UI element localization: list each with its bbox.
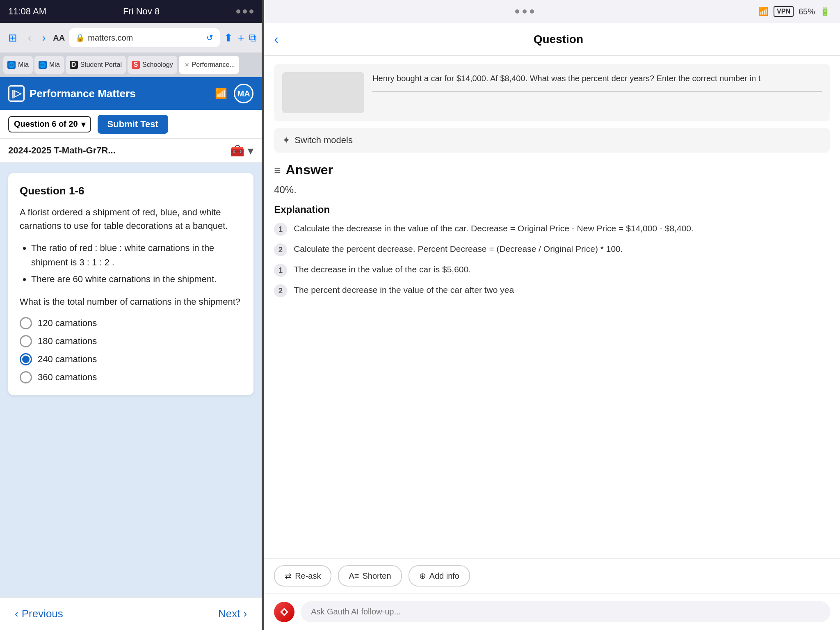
tabs-bar: 🌐 Mia 🌐 Mia D Student Portal S Schoology… [0,52,262,77]
tabs-button[interactable]: ⧉ [249,32,257,44]
question-image-area: Henry bought a car for $14,000. Af $8,40… [274,64,830,121]
option-label-3: 240 carnations [38,354,97,365]
step-num-3: 1 [274,264,287,277]
question-text-container: Henry bought a car for $14,000. Af $8,40… [372,72,822,91]
avatar[interactable]: MA [234,84,253,103]
reask-button[interactable]: ⇄ Re-ask [274,565,331,587]
tab-label-3: Student Portal [80,61,122,68]
question-prompt: What is the total number of carnations i… [20,297,242,307]
step-text-4: The percent decrease in the value of the… [294,283,514,297]
dot-1 [236,9,240,14]
switch-models-label: Switch models [294,135,353,146]
right-status-icons: 📶 VPN 65% 🔋 [758,6,830,17]
tab-label-5: Performance... [192,61,235,68]
tab-schoology[interactable]: S Schoology [128,56,177,74]
battery-level: 65% [799,7,815,16]
radio-1[interactable] [20,317,32,329]
wifi-icon: 📶 [758,7,769,16]
browser-actions: ⬆ + ⧉ [224,32,257,44]
reload-icon[interactable]: ↺ [206,33,213,43]
option-1[interactable]: 120 carnations [20,317,242,329]
right-panel: 📶 VPN 65% 🔋 ‹ Question Henry bought a ca… [264,0,840,630]
explanation-steps: 1 Calculate the decrease in the value of… [274,222,830,297]
lock-icon: 🔒 [75,33,84,42]
battery-icon: 🔋 [820,7,830,16]
shorten-button[interactable]: A≡ Shorten [338,565,402,587]
question-selector[interactable]: Question 6 of 20 ▾ [8,116,91,132]
forward-button[interactable]: › [39,30,49,46]
option-3[interactable]: 240 carnations [20,353,242,365]
step-text-2: Calculate the percent decrease. Percent … [294,242,623,256]
next-label: Next [218,607,240,620]
right-page-title: Question [287,33,830,46]
step-num-2: 2 [274,243,287,256]
sidebar-toggle-button[interactable]: ⊞ [5,30,21,46]
date-display: Fri Nov 8 [123,6,160,17]
previous-button[interactable]: ‹ Previous [8,604,70,623]
submit-test-button[interactable]: Submit Test [98,115,168,134]
content-area: Question 1-6 A florist ordered a shipmen… [0,163,262,597]
radio-2[interactable] [20,335,32,347]
question-intro: A florist ordered a shipment of red, blu… [20,205,242,233]
option-4[interactable]: 360 carnations [20,371,242,383]
step-num-1: 1 [274,223,287,236]
signal-icon: 📶 [215,88,227,99]
dot-2 [243,9,247,14]
switch-models-icon: ✦ [282,135,290,146]
switch-models-bar[interactable]: ✦ Switch models [274,128,830,153]
left-panel: 11:08 AM Fri Nov 8 ⊞ ‹ › AA 🔒 matters.co… [0,0,262,630]
gauth-logo [274,602,294,622]
add-info-button[interactable]: ⊕ Add info [409,565,470,587]
back-button[interactable]: ‹ [25,30,35,46]
r-dot-1 [515,9,519,14]
question-nav-bar: Question 6 of 20 ▾ Submit Test [0,110,262,139]
option-2[interactable]: 180 carnations [20,335,242,347]
right-status-dots [515,9,534,14]
tab-label-4: Schoology [142,61,173,68]
share-button[interactable]: ⬆ [224,32,233,44]
answer-title: Answer [285,162,333,178]
step-3: 1 The decrease in the value of the car i… [274,263,830,277]
step-num-4: 2 [274,284,287,297]
tab-label-2: Mia [49,61,60,68]
right-back-button[interactable]: ‹ [274,32,278,47]
tab-performance[interactable]: ✕ Performance... [179,56,239,74]
add-tab-button[interactable]: + [238,32,244,44]
next-button[interactable]: Next › [212,604,253,623]
radio-3[interactable] [20,353,32,365]
time-display: 11:08 AM [8,6,46,17]
app-logo: |▷ Performance Matters [8,85,136,102]
app-header: |▷ Performance Matters 📶 MA [0,77,262,110]
tools-icon[interactable]: 🧰 ▾ [230,144,253,158]
right-header: ‹ Question [264,23,840,56]
status-dots [236,9,253,14]
tab-mia-1[interactable]: 🌐 Mia [3,56,33,74]
previous-arrow-icon: ‹ [15,607,18,620]
tab-close-icon[interactable]: ✕ [185,62,189,68]
answer-header: ≡ Answer [274,162,830,178]
vpn-badge: VPN [774,6,794,17]
next-arrow-icon: › [243,607,247,620]
question-text-right: Henry bought a car for $14,000. Af $8,40… [372,72,822,84]
chat-area [264,593,840,630]
question-card: Question 1-6 A florist ordered a shipmen… [8,173,253,395]
answer-input-line[interactable] [372,91,822,91]
tab-student-portal[interactable]: D Student Portal [66,56,126,74]
aa-button[interactable]: AA [53,33,65,43]
r-dot-2 [523,9,527,14]
tab-label-1: Mia [18,61,29,68]
option-label-2: 180 carnations [38,336,97,347]
dot-3 [249,9,253,14]
radio-4[interactable] [20,371,32,383]
dropdown-arrow-icon: ▾ [81,119,85,129]
previous-label: Previous [22,607,63,620]
chat-input[interactable] [301,601,830,622]
shorten-label: Shorten [363,571,391,581]
shorten-icon: A≡ [349,571,359,581]
step-text-1: Calculate the decrease in the value of t… [294,222,694,235]
question-number: Question 1-6 [20,185,242,197]
tab-mia-2[interactable]: 🌐 Mia [34,56,64,74]
tab-favicon-3: D [70,61,78,69]
app-header-right: 📶 MA [215,84,253,103]
url-bar[interactable]: 🔒 matters.com ↺ [69,28,220,47]
